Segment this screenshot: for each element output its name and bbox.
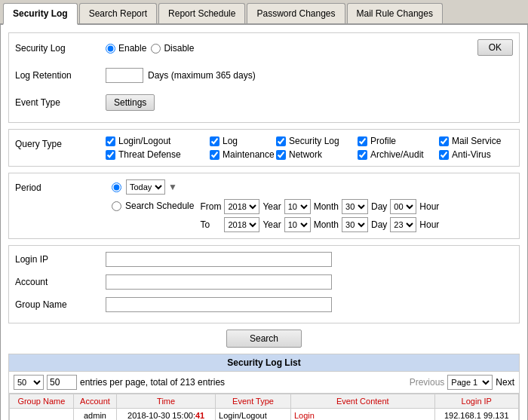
- main-content: Security Log Enable Disable Log: [0, 25, 528, 420]
- cell-event-type: Login/Logout: [216, 409, 291, 421]
- tab-bar: Security Log Search Report Report Schedu…: [0, 0, 528, 25]
- entries-per-page-select[interactable]: 50: [14, 375, 44, 390]
- event-type-control: Settings: [106, 94, 256, 111]
- from-month-select[interactable]: 10: [284, 199, 311, 214]
- log-table: Group Name Account Time Event Type Event…: [9, 394, 519, 420]
- query-type-checkboxes: Login/Logout Log Security Log Profile: [106, 136, 513, 160]
- log-retention-label: Log Retention: [15, 70, 106, 81]
- to-row: To 2018 Year 10 Month 30 Day 23 Hour: [200, 217, 439, 232]
- table-pagination: Previous Page 1 Next: [410, 375, 514, 390]
- table-title: Security Log List: [9, 354, 519, 372]
- period-schedule-radio[interactable]: [112, 201, 121, 211]
- disable-label: Disable: [164, 43, 194, 54]
- disable-radio-label[interactable]: Disable: [151, 43, 194, 54]
- security-log-section: Security Log Enable Disable Log: [8, 32, 520, 123]
- period-dates: From 2018 Year 10 Month 30 Day 00 Hour: [200, 199, 439, 232]
- period-today-select[interactable]: Today: [126, 179, 165, 195]
- log-retention-suffix: Days (maximum 365 days): [148, 70, 256, 81]
- log-retention-input[interactable]: 30: [106, 68, 143, 83]
- security-log-row: Security Log Enable Disable: [15, 39, 256, 57]
- previous-link[interactable]: Previous: [410, 377, 445, 388]
- search-schedule-label[interactable]: Search Schedule: [112, 199, 194, 211]
- tab-password-changes[interactable]: Password Changes: [247, 3, 345, 23]
- checkbox-archive-audit[interactable]: Archive/Audit: [358, 149, 433, 160]
- to-day-select[interactable]: 30: [342, 217, 368, 232]
- period-section: Period Today ▼ Search Schedule: [8, 173, 520, 239]
- group-name-input[interactable]: [106, 297, 332, 312]
- event-type-label: Event Type: [15, 97, 106, 108]
- login-ip-row: Login IP: [15, 250, 513, 268]
- account-label: Account: [15, 277, 106, 287]
- checkbox-mail-service[interactable]: Mail Service: [439, 136, 507, 146]
- from-row: From 2018 Year 10 Month 30 Day 00 Hour: [200, 199, 439, 214]
- disable-radio[interactable]: [151, 44, 161, 54]
- tab-mail-rule-changes[interactable]: Mail Rule Changes: [347, 3, 443, 23]
- period-row: Period Today ▼ Search Schedule: [15, 179, 513, 232]
- checkbox-log[interactable]: Log: [210, 136, 270, 146]
- checkbox-network[interactable]: Network: [276, 149, 351, 160]
- col-event-content: Event Content: [290, 394, 434, 409]
- account-input[interactable]: [106, 274, 332, 290]
- table-section: Security Log List 50 entries per page, t…: [8, 354, 520, 420]
- table-row: admin 2018-10-30 15:00:41 Login/Logout L…: [10, 409, 519, 421]
- checkbox-login-logout[interactable]: Login/Logout: [106, 136, 204, 146]
- enable-label: Enable: [118, 43, 146, 54]
- checkbox-anti-virus[interactable]: Anti-Virus: [439, 149, 507, 160]
- to-month-select[interactable]: 10: [284, 217, 311, 232]
- query-type-label: Query Type: [15, 136, 106, 149]
- login-ip-label: Login IP: [15, 254, 106, 265]
- col-group-name: Group Name: [10, 394, 74, 409]
- period-today-row: Today ▼: [112, 179, 513, 195]
- login-ip-input[interactable]: [106, 252, 332, 267]
- from-hour-select[interactable]: 00: [390, 199, 416, 214]
- cell-event-content: Login: [290, 409, 434, 421]
- col-login-ip: Login IP: [434, 394, 518, 409]
- cell-login-ip: 192.168.1 99.131: [434, 409, 518, 421]
- from-day-select[interactable]: 30: [342, 199, 368, 214]
- col-time: Time: [117, 394, 216, 409]
- account-row: Account: [15, 273, 513, 291]
- log-retention-row: Log Retention 30 Days (maximum 365 days): [15, 66, 256, 84]
- entries-per-page-input[interactable]: [47, 375, 77, 390]
- cell-account: admin: [73, 409, 116, 421]
- period-label: Period: [15, 179, 106, 193]
- security-log-control: Enable Disable: [106, 43, 256, 54]
- query-type-section: Query Type Login/Logout Log Security Log: [8, 129, 520, 167]
- checkbox-threat-defense[interactable]: Threat Defense: [106, 149, 204, 160]
- enable-radio-label[interactable]: Enable: [106, 43, 146, 54]
- checkbox-profile[interactable]: Profile: [358, 136, 433, 146]
- tab-report-schedule[interactable]: Report Schedule: [158, 3, 245, 23]
- filter-section: Login IP Account Group Name: [8, 245, 520, 323]
- checkbox-security-log[interactable]: Security Log: [276, 136, 351, 146]
- tab-search-report[interactable]: Search Report: [79, 3, 157, 23]
- enable-radio[interactable]: [106, 44, 115, 54]
- group-name-label: Group Name: [15, 299, 106, 310]
- security-log-label: Security Log: [15, 43, 106, 54]
- col-account: Account: [73, 394, 116, 409]
- search-btn-row: Search: [8, 330, 520, 348]
- settings-button[interactable]: Settings: [106, 94, 155, 111]
- group-name-row: Group Name: [15, 296, 513, 314]
- from-year-select[interactable]: 2018: [224, 199, 259, 214]
- table-controls: 50 entries per page, total of 213 entrie…: [9, 372, 519, 394]
- period-controls: Today ▼ Search Schedule From 2018: [112, 179, 513, 232]
- tab-security-log[interactable]: Security Log: [3, 3, 78, 25]
- to-year-select[interactable]: 2018: [224, 217, 259, 232]
- cell-time: 2018-10-30 15:00:41: [117, 409, 216, 421]
- period-today-radio[interactable]: [112, 182, 121, 192]
- event-type-row: Event Type Settings: [15, 94, 256, 112]
- search-button[interactable]: Search: [226, 330, 302, 348]
- page-select[interactable]: Page 1: [447, 375, 493, 390]
- to-hour-select[interactable]: 23: [390, 217, 416, 232]
- ok-button[interactable]: OK: [477, 39, 513, 56]
- col-event-type: Event Type: [216, 394, 291, 409]
- cell-group-name: [10, 409, 74, 421]
- checkbox-maintenance[interactable]: Maintenance: [210, 149, 270, 160]
- time-highlight: 41: [195, 411, 204, 420]
- ok-area: OK: [477, 39, 513, 56]
- log-retention-control: 30 Days (maximum 365 days): [106, 68, 256, 83]
- entries-info: entries per page, total of 213 entries: [80, 377, 225, 388]
- next-link[interactable]: Next: [496, 377, 514, 388]
